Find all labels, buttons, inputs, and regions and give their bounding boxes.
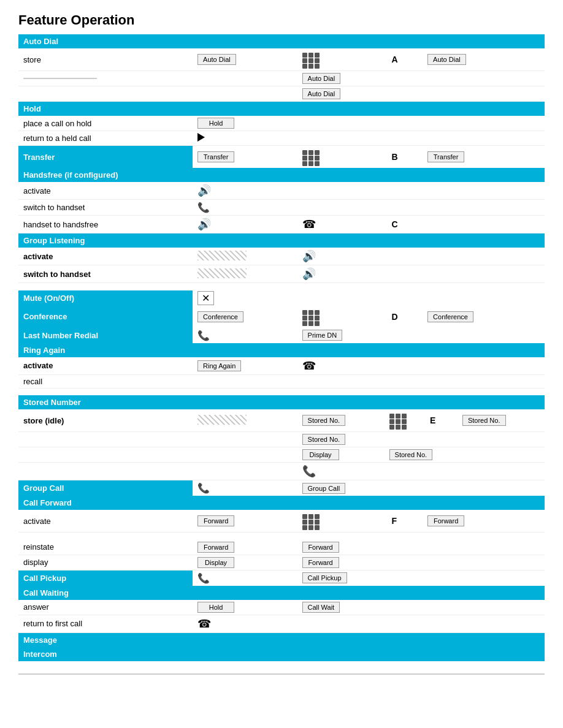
handsfree-activate-label: activate [18, 182, 193, 200]
feature-table: Auto Dial store Auto Dial A Auto Dial Au… [18, 34, 545, 661]
call-waiting-callwait-btn[interactable]: Call Wait [297, 600, 545, 615]
ring-again-button[interactable]: Ring Again [197, 360, 241, 371]
conference-button-d[interactable]: Conference [427, 311, 473, 322]
section-group-listening-header: Group Listening [18, 233, 545, 248]
header-call-pickup: Call Pickup [18, 570, 193, 586]
group-call-button[interactable]: Group Call [302, 483, 346, 494]
stored-no-button-e[interactable]: Stored No. [462, 415, 506, 426]
group-listening-activate: activate 🔊 [18, 248, 545, 265]
call-wait-button[interactable]: Call Wait [302, 602, 340, 613]
call-forward-btn-f[interactable]: Forward [423, 510, 545, 533]
section-conference-header: Conference Conference D Conference [18, 306, 545, 328]
call-pickup-btn[interactable]: Call Pickup [297, 570, 545, 586]
call-pickup-phone: 📞 [193, 570, 297, 586]
group-call-btn[interactable]: Group Call [297, 480, 545, 496]
transfer-button[interactable]: Transfer [197, 151, 234, 162]
stored-number-btn-2[interactable]: Stored No. [297, 432, 545, 447]
mute-icon-cell: ✕ [193, 290, 545, 306]
stored-number-store-label: store (idle) [18, 409, 193, 432]
stored-no-button-1[interactable]: Stored No. [302, 415, 346, 426]
call-forward-btn-1[interactable]: Forward [193, 510, 297, 533]
auto-dial-button-2[interactable]: Auto Dial [302, 73, 341, 84]
forward-display-btn2[interactable]: Forward [302, 557, 339, 568]
section-mute-header: Mute (On/Off) ✕ [18, 290, 545, 306]
phone-icon-stored: 📞 [302, 465, 316, 477]
ring-again-activate-label: activate [18, 357, 193, 375]
auto-dial-btn-1[interactable]: Auto Dial [193, 48, 297, 71]
forward-reinstate-btn2[interactable]: Forward [302, 542, 339, 553]
handsfree-switch-label: switch to handset [18, 200, 193, 216]
conference-btn-cell[interactable]: Conference [193, 306, 297, 328]
forward-display-btn1[interactable]: Display [197, 557, 234, 568]
hold-button[interactable]: Hold [197, 118, 234, 129]
call-forward-grid [297, 510, 385, 533]
stored-no-button-2[interactable]: Stored No. [302, 434, 346, 445]
stored-number-display-btn[interactable]: Display [297, 447, 385, 463]
prime-dn-button[interactable]: Prime DN [302, 330, 343, 341]
conference-btn-d[interactable]: Conference [423, 306, 545, 328]
ring-again-spacer [18, 388, 545, 395]
stored-number-phone: 📞 [297, 463, 545, 480]
speaker-icon-back: 🔊 [197, 218, 211, 230]
section-last-number-header: Last Number Redial 📞 Prime DN [18, 328, 545, 343]
group-listening-switch-label: switch to handset [18, 265, 193, 283]
call-waiting-answer: answer Hold Call Wait [18, 600, 545, 615]
auto-dial-btn-2[interactable]: Auto Dial [297, 71, 545, 86]
call-forward-reinstate-btn1[interactable]: Forward [193, 540, 297, 555]
header-call-waiting: Call Waiting [18, 586, 545, 600]
section-transfer-header: Transfer Transfer B Transfer [18, 146, 545, 169]
header-mute: Mute (On/Off) [18, 290, 193, 306]
call-forward-reinstate-label: reinstate [18, 540, 193, 555]
ring-again-btn[interactable]: Ring Again [193, 357, 297, 375]
header-group-listening: Group Listening [18, 233, 545, 248]
stored-number-btn-e[interactable]: Stored No. [458, 409, 545, 432]
header-call-forward: Call Forward [18, 496, 545, 510]
handsfree-switch-icon: 📞 [193, 200, 297, 216]
stored-number-row2-empty [18, 432, 297, 447]
section-call-pickup-header: Call Pickup 📞 Call Pickup [18, 570, 545, 586]
page-title: Feature Operation [18, 12, 545, 28]
call-forward-reinstate-btn2[interactable]: Forward [297, 540, 545, 555]
conference-grid-cell [297, 306, 385, 328]
hold-btn[interactable]: Hold [193, 116, 297, 131]
transfer-grid-cell [297, 146, 385, 169]
call-pickup-button[interactable]: Call Pickup [302, 572, 347, 583]
striped-pattern-stored [197, 415, 247, 425]
call-forward-display-btn1[interactable]: Display [193, 555, 297, 570]
auto-dial-letter-a: A [385, 48, 423, 71]
forward-button-1[interactable]: Forward [197, 515, 234, 526]
stored-number-btn-1[interactable]: Stored No. [297, 409, 385, 432]
display-button[interactable]: Display [302, 449, 339, 460]
header-last-number: Last Number Redial [18, 328, 193, 343]
forward-button-f[interactable]: Forward [427, 515, 464, 526]
call-forward-activate: activate Forward F Forward [18, 510, 545, 533]
section-handsfree-header: Handsfree (if configured) [18, 168, 545, 182]
last-number-primedn[interactable]: Prime DN [297, 328, 545, 343]
auto-dial-btn-a[interactable]: Auto Dial [423, 48, 545, 71]
hold-row-1: place a call on hold Hold [18, 116, 545, 131]
transfer-btn-b[interactable]: Transfer [423, 146, 545, 169]
transfer-btn-cell[interactable]: Transfer [193, 146, 297, 169]
handsfree-row-switch: switch to handset 📞 [18, 200, 545, 216]
stored-number-btn-3[interactable]: Stored No. [385, 447, 545, 463]
handsfree-activate-empty [297, 182, 545, 200]
auto-dial-btn-3[interactable]: Auto Dial [297, 86, 545, 102]
forward-reinstate-btn1[interactable]: Forward [197, 542, 234, 553]
spacer-3 [18, 533, 545, 540]
call-forward-display-btn2[interactable]: Forward [297, 555, 545, 570]
auto-dial-button-a[interactable]: Auto Dial [427, 54, 466, 65]
group-listening-switch: switch to handset 🔊 [18, 265, 545, 283]
stored-number-row4-empty [18, 463, 297, 480]
call-waiting-hold-button[interactable]: Hold [197, 602, 234, 613]
auto-dial-button-1[interactable]: Auto Dial [197, 54, 236, 65]
ring-again-activate: activate Ring Again ☎ [18, 357, 545, 375]
group-listening-activate-label: activate [18, 248, 193, 265]
call-waiting-hold-btn[interactable]: Hold [193, 600, 297, 615]
auto-dial-button-3[interactable]: Auto Dial [302, 88, 341, 99]
call-waiting-return: return to first call ☎ [18, 615, 545, 632]
transfer-button-b[interactable]: Transfer [427, 151, 464, 162]
stored-no-button-3[interactable]: Stored No. [389, 449, 433, 460]
auto-dial-row-1: store Auto Dial A Auto Dial [18, 48, 545, 71]
conference-button[interactable]: Conference [197, 311, 243, 322]
auto-dial-grid [297, 48, 385, 71]
